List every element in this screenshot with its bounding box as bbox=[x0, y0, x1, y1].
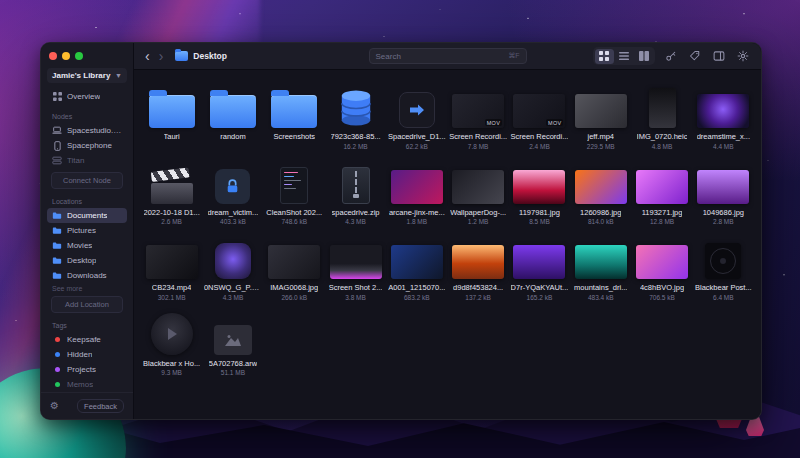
file-item[interactable]: Blackbear x Ho...9.3 MB bbox=[142, 309, 201, 377]
file-item[interactable]: D7r-YQaKYAUt...165.2 kB bbox=[510, 233, 569, 301]
sidebar-item-hidden[interactable]: Hidden bbox=[47, 347, 127, 362]
file-size: 3.8 MB bbox=[345, 294, 366, 301]
file-item[interactable]: 7923c368-85...16.2 MB bbox=[326, 82, 385, 150]
forward-button[interactable]: › bbox=[158, 49, 165, 63]
phone-icon bbox=[52, 141, 62, 151]
image-thumbnail bbox=[268, 245, 320, 279]
code-file-icon bbox=[280, 167, 308, 204]
feedback-button[interactable]: Feedback bbox=[77, 399, 124, 413]
image-thumbnail bbox=[330, 245, 382, 279]
connect-node-button[interactable]: Connect Node bbox=[51, 172, 123, 189]
file-item[interactable]: random bbox=[203, 82, 262, 150]
video-thumbnail: MOV bbox=[452, 94, 504, 128]
key-manager-button[interactable] bbox=[663, 48, 679, 64]
file-item[interactable]: CB234.mp4302.1 MB bbox=[142, 233, 201, 301]
file-item[interactable]: mountains_dri...483.4 kB bbox=[571, 233, 630, 301]
sidebar-item-spacestudio-loc[interactable]: Spacestudio.loc... bbox=[47, 123, 127, 138]
sidebar-item-spacephone[interactable]: Spacephone bbox=[47, 138, 127, 153]
file-name: d9d8f453824... bbox=[453, 283, 503, 292]
file-name: 1260986.jpg bbox=[580, 208, 621, 217]
gear-icon[interactable]: ⚙ bbox=[50, 401, 59, 411]
grid-view-button[interactable] bbox=[595, 49, 614, 64]
search-input[interactable]: Search ⌘F bbox=[369, 48, 527, 64]
sidebar-item-movies[interactable]: Movies bbox=[47, 238, 127, 253]
file-item[interactable]: spacedrive.zip4.3 MB bbox=[326, 158, 385, 226]
file-item[interactable]: 1197981.jpg8.5 MB bbox=[510, 158, 569, 226]
file-item[interactable]: arcane-jinx-me...1.8 MB bbox=[387, 158, 446, 226]
tag-assign-button[interactable] bbox=[687, 48, 703, 64]
see-more-button[interactable]: See more bbox=[52, 285, 122, 292]
file-item[interactable]: Spacedrive_D1...62.2 kB bbox=[387, 82, 446, 150]
file-item[interactable]: CleanShot 202...748.6 kB bbox=[265, 158, 324, 226]
file-size: 12.8 MB bbox=[650, 218, 674, 225]
file-item[interactable]: 1260986.jpg814.0 kB bbox=[571, 158, 630, 226]
sidebar-item-label: Spacephone bbox=[67, 141, 112, 150]
file-name: Blackbear Post... bbox=[695, 283, 752, 292]
file-size: 165.2 kB bbox=[527, 294, 553, 301]
file-item[interactable]: 0NSWQ_G_P.p...4.3 MB bbox=[203, 233, 262, 301]
file-item[interactable]: dreamstime_x...4.4 MB bbox=[694, 82, 753, 150]
tag-color-dot bbox=[52, 380, 62, 390]
sidebar-item-pictures[interactable]: Pictures bbox=[47, 223, 127, 238]
sidebar-item-overview[interactable]: Overview bbox=[47, 89, 127, 104]
file-item[interactable]: Screen Shot 2...3.8 MB bbox=[326, 233, 385, 301]
vinyl-thumbnail bbox=[705, 243, 741, 279]
file-item[interactable]: MOVScreen Recordi...2.4 MB bbox=[510, 82, 569, 150]
file-item[interactable]: 1049686.jpg2.8 MB bbox=[694, 158, 753, 226]
list-view-button[interactable] bbox=[615, 49, 634, 64]
breadcrumb[interactable]: Desktop bbox=[175, 51, 227, 61]
sidebar-item-keepsafe[interactable]: Keepsafe bbox=[47, 332, 127, 347]
sidebar-item-memos[interactable]: Memos bbox=[47, 377, 127, 392]
folder-icon bbox=[271, 95, 317, 128]
minimize-window-button[interactable] bbox=[62, 52, 70, 60]
file-item[interactable]: 5A702768.arw51.1 MB bbox=[203, 309, 262, 377]
folder-icon bbox=[52, 241, 62, 251]
file-item[interactable]: Blackbear Post...6.4 MB bbox=[694, 233, 753, 301]
file-name: Screen Shot 2... bbox=[329, 283, 383, 292]
file-item[interactable]: A001_1215070...683.2 kB bbox=[387, 233, 446, 301]
file-item[interactable]: 2022-10-18 D1...2.6 MB bbox=[142, 158, 201, 226]
media-view-button[interactable] bbox=[635, 49, 654, 64]
inspector-icon bbox=[713, 50, 725, 62]
file-size: 302.1 MB bbox=[158, 294, 186, 301]
sidebar-item-downloads[interactable]: Downloads bbox=[47, 268, 127, 283]
file-item[interactable]: WallpaperDog-...1.2 MB bbox=[448, 158, 507, 226]
file-icon-box bbox=[575, 82, 627, 128]
phone-icon bbox=[54, 141, 61, 151]
file-icon-box: MOV bbox=[513, 82, 565, 128]
file-item[interactable]: 4c8hBVO.jpg706.5 kB bbox=[632, 233, 691, 301]
file-item[interactable]: IMG_0720.heic4.8 MB bbox=[632, 82, 691, 150]
file-item[interactable]: Screenshots bbox=[265, 82, 324, 150]
sidebar-item-projects[interactable]: Projects bbox=[47, 362, 127, 377]
sidebar-item-documents[interactable]: Documents bbox=[47, 208, 127, 223]
file-item[interactable]: dream_victim...403.3 kB bbox=[203, 158, 262, 226]
main-area: ‹ › Desktop Search ⌘F bbox=[134, 43, 761, 419]
media-view-icon bbox=[639, 51, 649, 61]
file-item[interactable]: 1193271.jpg12.8 MB bbox=[632, 158, 691, 226]
file-item[interactable]: jeff.mp4229.5 MB bbox=[571, 82, 630, 150]
inspector-toggle-button[interactable] bbox=[711, 48, 727, 64]
sidebar-item-desktop[interactable]: Desktop bbox=[47, 253, 127, 268]
close-window-button[interactable] bbox=[49, 52, 57, 60]
file-size: 1.2 MB bbox=[468, 218, 489, 225]
file-item[interactable]: MOVScreen Recordi...7.8 MB bbox=[448, 82, 507, 150]
file-item[interactable]: IMAG0068.jpg266.0 kB bbox=[265, 233, 324, 301]
file-item[interactable]: Tauri bbox=[142, 82, 201, 150]
video-thumbnail bbox=[575, 94, 627, 128]
settings-button[interactable] bbox=[735, 48, 751, 64]
zoom-window-button[interactable] bbox=[75, 52, 83, 60]
file-name: spacedrive.zip bbox=[332, 208, 380, 217]
file-name: 7923c368-85... bbox=[331, 132, 381, 141]
file-item[interactable]: d9d8f453824...137.2 kB bbox=[448, 233, 507, 301]
file-name: CB234.mp4 bbox=[152, 283, 192, 292]
file-size: 51.1 MB bbox=[221, 369, 245, 376]
library-switcher[interactable]: Jamie's Library ▼ bbox=[47, 68, 127, 83]
folder-icon bbox=[52, 211, 62, 220]
file-icon-box bbox=[210, 82, 256, 128]
file-icon-box: MOV bbox=[452, 82, 504, 128]
sidebar-item-label: Desktop bbox=[67, 256, 96, 265]
sidebar-item-titan[interactable]: Titan bbox=[47, 153, 127, 168]
section-title-locations: Locations bbox=[52, 198, 122, 205]
back-button[interactable]: ‹ bbox=[144, 49, 151, 63]
add-location-button[interactable]: Add Location bbox=[51, 296, 123, 313]
